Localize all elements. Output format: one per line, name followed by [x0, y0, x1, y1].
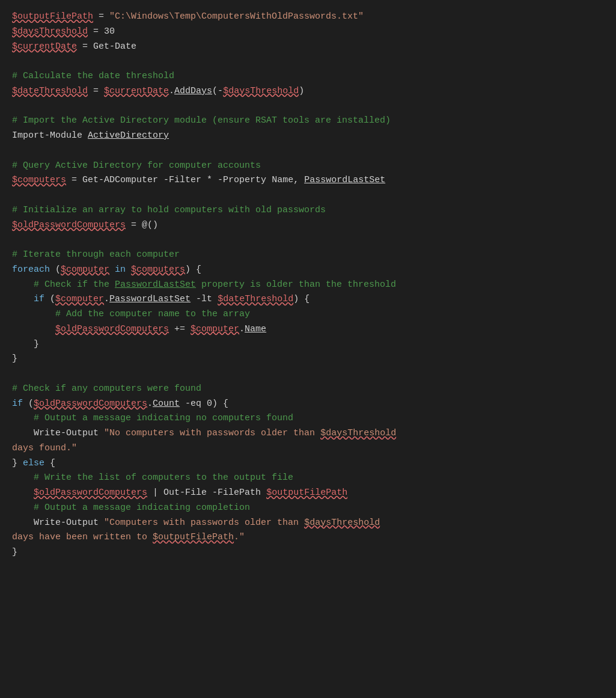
- code-line-12: $computers = Get-ADComputer -Filter * -P…: [12, 173, 604, 188]
- comment-line-2: # Import the Active Directory module (en…: [12, 114, 604, 129]
- var-computers: $computers: [12, 175, 66, 185]
- comment-line-1: # Calculate the date threshold: [12, 69, 604, 84]
- code-editor: $outputFilePath = "C:\Windows\Temp\Compu…: [0, 0, 616, 698]
- code-line-35: Write-Output "Computers with passwords o…: [12, 516, 604, 531]
- comment-line-4: # Initialize an array to hold computers …: [12, 203, 604, 218]
- empty-line-1: [12, 54, 604, 69]
- var-oldpasswordcomputers: $oldPasswordComputers: [12, 220, 126, 230]
- code-line-33: $oldPasswordComputers | Out-File -FilePa…: [12, 486, 604, 501]
- var-daysthreshold: $daysThreshold: [12, 26, 88, 37]
- code-line-36: days have been written to $outputFilePat…: [12, 530, 604, 545]
- var-outputfilepath: $outputFilePath: [12, 11, 93, 22]
- var-computer: $computer: [61, 265, 109, 275]
- comment-line-11: # Output a message indicating completion: [12, 501, 604, 516]
- var-oldpasswordcomputers-3: $oldPasswordComputers: [34, 399, 147, 409]
- code-line-9: Import-Module ActiveDirectory: [12, 129, 604, 144]
- code-line-37: }: [12, 545, 604, 560]
- comment-line-3: # Query Active Directory for computer ac…: [12, 159, 604, 174]
- code-line-20: if ($computer.PasswordLastSet -lt $dateT…: [12, 292, 604, 307]
- code-line-6: $dateThreshold = $currentDate.AddDays(-$…: [12, 84, 604, 99]
- var-oldpasswordcomputers-2: $oldPasswordComputers: [55, 324, 169, 334]
- var-oldpasswordcomputers-4: $oldPasswordComputers: [34, 488, 147, 498]
- comment-line-9: # Output a message indicating no compute…: [12, 411, 604, 426]
- code-line-31: } else {: [12, 456, 604, 471]
- var-currentdate: $currentDate: [12, 41, 77, 52]
- empty-line-3: [12, 144, 604, 159]
- empty-line-6: [12, 367, 604, 382]
- prop-passwordlastset-2: PasswordLastSet: [115, 280, 196, 290]
- comment-line-5: # Iterate through each computer: [12, 248, 604, 263]
- array-init: @: [142, 220, 147, 230]
- var-datethreshold: $dateThreshold: [12, 86, 88, 96]
- comment-line-7: # Add the computer name to the array: [12, 307, 604, 322]
- var-datethreshold-2: $dateThreshold: [218, 294, 293, 304]
- var-computers-2: $computers: [131, 265, 185, 275]
- prop-name: Name: [245, 324, 266, 334]
- code-line-1: $outputFilePath = "C:\Windows\Temp\Compu…: [12, 10, 604, 25]
- comment-line-8: # Check if any computers were found: [12, 382, 604, 397]
- code-line-27: if ($oldPasswordComputers.Count -eq 0) {: [12, 397, 604, 412]
- method-adddays: AddDays: [174, 86, 212, 96]
- var-daysthreshold-inline-2: $daysThreshold: [304, 518, 380, 528]
- prop-passwordlastset: PasswordLastSet: [304, 175, 385, 185]
- var-currentdate-2: $currentDate: [104, 86, 169, 96]
- empty-line-5: [12, 233, 604, 248]
- code-line-2: $daysThreshold = 30: [12, 25, 604, 40]
- comment-line-10: # Write the list of computers to the out…: [12, 471, 604, 486]
- var-outputfilepath-2: $outputFilePath: [266, 488, 347, 498]
- code-line-22: $oldPasswordComputers += $computer.Name: [12, 322, 604, 337]
- code-line-15: $oldPasswordComputers = @(): [12, 218, 604, 233]
- code-line-23: }: [12, 337, 604, 352]
- empty-line-4: [12, 188, 604, 203]
- code-line-24: }: [12, 352, 604, 367]
- code-line-18: foreach ($computer in $computers) {: [12, 263, 604, 278]
- prop-count: Count: [153, 399, 180, 409]
- var-outputfilepath-inline: $outputFilePath: [153, 532, 234, 542]
- comment-line-6: # Check if the PasswordLastSet property …: [12, 278, 604, 293]
- var-computer-3: $computer: [191, 324, 239, 334]
- code-line-30: days found.": [12, 441, 604, 456]
- empty-line-2: [12, 99, 604, 114]
- var-computer-2: $computer: [55, 294, 104, 304]
- prop-passwordlastset-3: PasswordLastSet: [109, 294, 191, 304]
- var-daysthreshold-inline: $daysThreshold: [320, 428, 396, 438]
- code-line-29: Write-Output "No computers with password…: [12, 426, 604, 441]
- module-activedirectory: ActiveDirectory: [88, 130, 169, 141]
- code-line-3: $currentDate = Get-Date: [12, 40, 604, 55]
- var-daysthreshold-2: $daysThreshold: [223, 86, 299, 96]
